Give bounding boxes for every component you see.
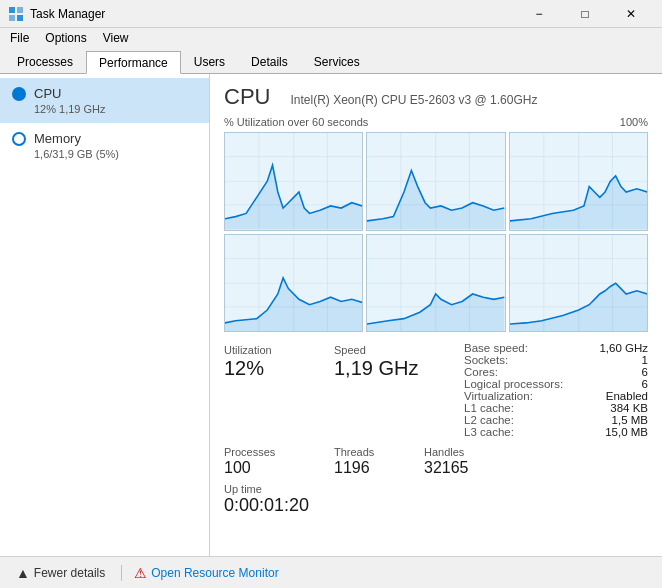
cpu-graph-5 [366, 234, 505, 333]
cpu-graph-2 [366, 132, 505, 231]
right-stat-sockets: Sockets: 1 [464, 354, 648, 366]
uptime-label: Up time [224, 483, 648, 495]
cpu-graph-4 [224, 234, 363, 333]
minimize-button[interactable]: − [516, 0, 562, 28]
fewer-details-icon: ▲ [16, 565, 30, 581]
right-stat-virtualization: Virtualization: Enabled [464, 390, 648, 402]
sidebar-item-cpu[interactable]: CPU 12% 1,19 GHz [0, 78, 209, 123]
title-bar-left: Task Manager [8, 6, 105, 22]
stats-row-2: Processes 100 Threads 1196 Handles 32165 [224, 444, 648, 479]
graph-label: % Utilization over 60 seconds [224, 116, 368, 128]
open-resource-monitor-button[interactable]: ⚠ Open Resource Monitor [134, 565, 278, 581]
fewer-details-label: Fewer details [34, 566, 105, 580]
main-content: CPU 12% 1,19 GHz Memory 1,6/31,9 GB (5%)… [0, 74, 662, 556]
processes-label: Processes [224, 446, 334, 458]
stat-speed: Speed 1,19 GHz [334, 342, 464, 438]
svg-rect-2 [9, 15, 15, 21]
app-title: Task Manager [30, 7, 105, 21]
menu-view[interactable]: View [97, 30, 135, 46]
handles-value: 32165 [424, 458, 544, 477]
graph-max: 100% [620, 116, 648, 128]
tab-performance[interactable]: Performance [86, 51, 181, 74]
cpu-graph-3 [509, 132, 648, 231]
svg-marker-38 [367, 293, 504, 331]
sidebar-memory-sub: 1,6/31,9 GB (5%) [34, 148, 197, 160]
svg-rect-0 [9, 7, 15, 13]
sidebar-cpu-label: CPU [34, 86, 61, 101]
sidebar-cpu-header: CPU [12, 86, 197, 101]
sidebar-memory-label: Memory [34, 131, 81, 146]
menu-options[interactable]: Options [39, 30, 92, 46]
open-resource-monitor-label: Open Resource Monitor [151, 566, 278, 580]
right-stat-l3: L3 cache: 15,0 MB [464, 426, 648, 438]
utilization-value: 12% [224, 356, 334, 380]
tab-users[interactable]: Users [181, 50, 238, 73]
speed-value: 1,19 GHz [334, 356, 464, 380]
detail-panel: CPU Intel(R) Xeon(R) CPU E5-2603 v3 @ 1.… [210, 74, 662, 556]
right-stat-logical: Logical processors: 6 [464, 378, 648, 390]
tab-details[interactable]: Details [238, 50, 301, 73]
menu-bar: File Options View [0, 28, 662, 48]
cpu-circle-icon [12, 87, 26, 101]
sidebar-cpu-sub: 12% 1,19 GHz [34, 103, 197, 115]
stat-threads: Threads 1196 [334, 444, 424, 479]
right-stat-basespeed: Base speed: 1,60 GHz [464, 342, 648, 354]
processes-value: 100 [224, 458, 334, 477]
sidebar-item-memory[interactable]: Memory 1,6/31,9 GB (5%) [0, 123, 209, 168]
sidebar: CPU 12% 1,19 GHz Memory 1,6/31,9 GB (5%) [0, 74, 210, 556]
detail-header: CPU Intel(R) Xeon(R) CPU E5-2603 v3 @ 1.… [224, 84, 648, 110]
memory-circle-icon [12, 132, 26, 146]
right-stats-container: Base speed: 1,60 GHz Sockets: 1 Cores: 6… [464, 342, 648, 438]
app-icon [8, 6, 24, 22]
bottom-bar: ▲ Fewer details ⚠ Open Resource Monitor [0, 556, 662, 588]
speed-label: Speed [334, 344, 464, 356]
close-button[interactable]: ✕ [608, 0, 654, 28]
right-stat-l1: L1 cache: 384 KB [464, 402, 648, 414]
handles-label: Handles [424, 446, 544, 458]
utilization-label: Utilization [224, 344, 334, 356]
title-bar-buttons: − □ ✕ [516, 0, 654, 28]
tab-processes[interactable]: Processes [4, 50, 86, 73]
sidebar-memory-header: Memory [12, 131, 197, 146]
threads-value: 1196 [334, 458, 424, 477]
svg-rect-3 [17, 15, 23, 21]
cpu-graphs [224, 132, 648, 332]
resource-monitor-icon: ⚠ [134, 565, 147, 581]
right-stat-l2: L2 cache: 1,5 MB [464, 414, 648, 426]
cpu-graph-6 [509, 234, 648, 333]
title-bar: Task Manager − □ ✕ [0, 0, 662, 28]
cpu-model: Intel(R) Xeon(R) CPU E5-2603 v3 @ 1.60GH… [290, 93, 537, 107]
tab-bar: Processes Performance Users Details Serv… [0, 48, 662, 74]
svg-rect-1 [17, 7, 23, 13]
stat-utilization: Utilization 12% [224, 342, 334, 438]
stat-processes: Processes 100 [224, 444, 334, 479]
bottom-separator [121, 565, 122, 581]
stats-row: Utilization 12% Speed 1,19 GHz Base spee… [224, 342, 648, 438]
stat-handles: Handles 32165 [424, 444, 544, 479]
maximize-button[interactable]: □ [562, 0, 608, 28]
cpu-title: CPU [224, 84, 270, 110]
right-stat-cores: Cores: 6 [464, 366, 648, 378]
threads-label: Threads [334, 446, 424, 458]
uptime-value: 0:00:01:20 [224, 495, 648, 516]
graph-label-row: % Utilization over 60 seconds 100% [224, 116, 648, 128]
cpu-graph-1 [224, 132, 363, 231]
tab-services[interactable]: Services [301, 50, 373, 73]
uptime-section: Up time 0:00:01:20 [224, 483, 648, 516]
fewer-details-button[interactable]: ▲ Fewer details [12, 563, 109, 583]
menu-file[interactable]: File [4, 30, 35, 46]
